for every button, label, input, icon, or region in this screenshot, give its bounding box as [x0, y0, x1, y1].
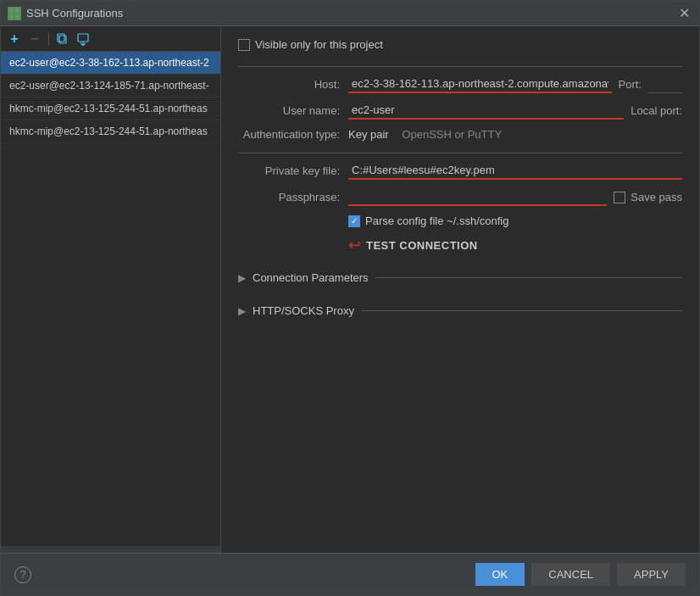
- host-label: Host:: [238, 78, 348, 91]
- http-proxy-title: HTTP/SOCKS Proxy: [253, 304, 354, 317]
- right-panel: Visible only for this project Host: Port…: [221, 26, 699, 553]
- passphrase-row: Passphrase: Save pass: [238, 188, 682, 206]
- copy-button[interactable]: [54, 31, 71, 47]
- test-connection-row: ↩ TEST CONNECTION: [348, 236, 682, 254]
- privatekey-fields: [348, 162, 682, 180]
- apply-button[interactable]: APPLY: [617, 563, 686, 586]
- connection-params-section[interactable]: ▶ Connection Parameters: [238, 266, 682, 289]
- svg-rect-6: [78, 34, 88, 42]
- parse-config-checkbox[interactable]: [348, 215, 360, 227]
- host-row: Host: Port:: [238, 75, 682, 93]
- localport-label: Local port:: [631, 104, 682, 117]
- svg-rect-0: [9, 8, 14, 13]
- username-label: User name:: [238, 104, 348, 117]
- privatekey-input[interactable]: [348, 162, 682, 180]
- port-input[interactable]: [648, 76, 682, 93]
- connection-params-chevron: ▶: [238, 272, 246, 284]
- test-arrow-icon: ↩: [348, 236, 361, 254]
- username-input[interactable]: [348, 102, 624, 120]
- svg-rect-2: [9, 14, 14, 19]
- visible-only-checkbox[interactable]: [238, 39, 250, 51]
- connection-params-title: Connection Parameters: [253, 271, 369, 284]
- authtype-value: Key pair: [348, 128, 389, 141]
- http-proxy-section[interactable]: ▶ HTTP/SOCKS Proxy: [238, 299, 682, 322]
- title-bar-title: SSH Configurations: [26, 7, 675, 19]
- privatekey-label: Private key file:: [238, 164, 348, 177]
- passphrase-fields: Save pass: [348, 188, 682, 206]
- ok-button[interactable]: OK: [475, 563, 525, 586]
- host-fields: Port:: [348, 75, 682, 93]
- savepass-checkbox[interactable]: [614, 192, 625, 203]
- toolbar-separator: [48, 32, 49, 46]
- passphrase-label: Passphrase:: [238, 191, 348, 203]
- server-list-item[interactable]: hkmc-mip@ec2-13-125-244-51.ap-northeas: [1, 97, 220, 120]
- close-button[interactable]: ✕: [675, 5, 692, 22]
- host-input[interactable]: [348, 75, 612, 93]
- cancel-button[interactable]: CANCEL: [531, 563, 610, 586]
- svg-rect-4: [59, 36, 66, 43]
- savepass-wrapper: Save pass: [614, 191, 682, 203]
- export-button[interactable]: [75, 31, 92, 47]
- username-fields: Local port:: [348, 102, 682, 120]
- privatekey-row: Private key file:: [238, 162, 682, 180]
- passphrase-input[interactable]: [348, 188, 607, 206]
- svg-rect-3: [15, 14, 19, 19]
- authtype-fields: Key pair OpenSSH or PuTTY: [348, 128, 682, 141]
- auth-divider: [238, 153, 682, 153]
- visible-only-checkbox-wrapper[interactable]: Visible only for this project: [238, 38, 383, 51]
- savepass-label: Save pass: [631, 191, 682, 203]
- content-area: + −: [1, 26, 699, 553]
- http-proxy-chevron: ▶: [238, 305, 246, 317]
- add-button[interactable]: +: [6, 31, 23, 47]
- authtype-links: OpenSSH or PuTTY: [399, 128, 502, 141]
- server-list-item[interactable]: hkmc-mip@ec2-13-125-244-51.ap-northeas: [1, 120, 220, 143]
- visible-only-row: Visible only for this project: [238, 38, 682, 51]
- svg-rect-5: [58, 34, 64, 42]
- parse-config-row: Parse config file ~/.ssh/config: [348, 214, 682, 227]
- test-connection-button[interactable]: TEST CONNECTION: [366, 239, 478, 252]
- left-panel: + −: [1, 26, 221, 553]
- server-list-item[interactable]: ec2-user@ec2-3-38-162-113.ap-northeast-2: [1, 52, 220, 75]
- title-bar: SSH Configurations ✕: [1, 1, 699, 26]
- port-label: Port:: [619, 78, 642, 91]
- username-row: User name: Local port:: [238, 102, 682, 120]
- title-bar-icon: [8, 7, 21, 20]
- remove-button[interactable]: −: [26, 31, 43, 47]
- authtype-label: Authentication type:: [238, 128, 348, 141]
- http-proxy-divider: [361, 310, 682, 311]
- connection-params-divider: [375, 277, 682, 278]
- top-divider: [238, 66, 682, 67]
- server-list-item[interactable]: ec2-user@ec2-13-124-185-71.ap-northeast-: [1, 75, 220, 97]
- authtype-row: Authentication type: Key pair OpenSSH or…: [238, 128, 682, 141]
- visible-only-label: Visible only for this project: [255, 38, 383, 51]
- bottom-bar: ? OK CANCEL APPLY: [1, 553, 699, 595]
- scrollbar[interactable]: [1, 546, 220, 553]
- help-button[interactable]: ?: [14, 566, 31, 583]
- list-toolbar: + −: [1, 26, 220, 52]
- svg-rect-1: [15, 8, 19, 13]
- ssh-dialog: SSH Configurations ✕ + −: [0, 0, 700, 596]
- server-list: ec2-user@ec2-3-38-162-113.ap-northeast-2…: [1, 52, 220, 546]
- parse-config-label: Parse config file ~/.ssh/config: [365, 214, 508, 227]
